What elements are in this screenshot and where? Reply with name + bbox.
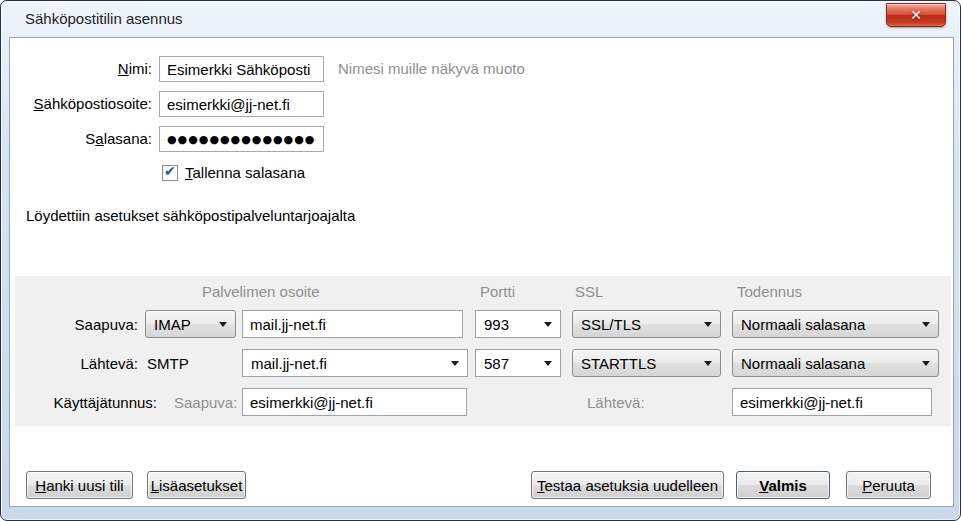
username-incoming-label: Saapuva: bbox=[174, 394, 237, 411]
dropdown-arrow-icon bbox=[704, 361, 712, 366]
config-found-status: Löydettiin asetukset sähköpostipalvelunt… bbox=[26, 207, 355, 224]
name-hint: Nimesi muille näkyvä muoto bbox=[338, 60, 525, 77]
username-outgoing-input[interactable] bbox=[732, 388, 932, 416]
retest-settings-button[interactable]: Testaa asetuksia uudelleen bbox=[531, 471, 724, 499]
outgoing-port-combobox[interactable]: 587 bbox=[475, 349, 561, 377]
username-outgoing-label: Lähtevä: bbox=[587, 394, 645, 411]
password-input[interactable] bbox=[159, 126, 324, 152]
outgoing-auth-value: Normaali salasana bbox=[741, 355, 865, 372]
incoming-row-label: Saapuva: bbox=[15, 316, 138, 333]
name-input[interactable] bbox=[159, 56, 324, 82]
dropdown-arrow-icon bbox=[451, 361, 459, 366]
remember-password-label[interactable]: Tallenna salasana bbox=[185, 164, 305, 181]
outgoing-ssl-value: STARTTLS bbox=[581, 355, 656, 372]
outgoing-server-combobox[interactable]: mail.jj-net.fi bbox=[242, 349, 468, 377]
username-incoming-input[interactable] bbox=[242, 388, 467, 416]
password-label: Salasana: bbox=[10, 130, 152, 147]
header-server-address: Palvelimen osoite bbox=[202, 283, 320, 300]
email-input[interactable] bbox=[159, 91, 324, 117]
incoming-protocol-dropdown[interactable]: IMAP bbox=[145, 310, 236, 338]
username-row-label: Käyttäjätunnus: bbox=[15, 394, 157, 411]
outgoing-protocol-text: SMTP bbox=[147, 355, 189, 372]
remember-password-checkbox[interactable]: ✔ bbox=[162, 165, 178, 181]
dropdown-arrow-icon bbox=[544, 361, 552, 366]
incoming-port-value: 993 bbox=[484, 316, 509, 333]
outgoing-auth-dropdown[interactable]: Normaali salasana bbox=[732, 349, 939, 377]
server-settings-panel: Palvelimen osoite Portti SSL Todennus Sa… bbox=[15, 276, 951, 426]
titlebar[interactable]: Sähköpostitilin asennus ✕ bbox=[1, 1, 960, 37]
close-icon: ✕ bbox=[910, 8, 922, 22]
dialog-body: Nimi: Nimesi muille näkyvä muoto Sähköpo… bbox=[9, 37, 954, 507]
window-title: Sähköpostitilin asennus bbox=[25, 10, 183, 27]
header-port: Portti bbox=[480, 283, 515, 300]
header-authentication: Todennus bbox=[737, 283, 802, 300]
name-label: Nimi: bbox=[10, 60, 152, 77]
dropdown-arrow-icon bbox=[922, 322, 930, 327]
dropdown-arrow-icon bbox=[704, 322, 712, 327]
outgoing-row-label: Lähtevä: bbox=[15, 355, 138, 372]
outgoing-server-value: mail.jj-net.fi bbox=[251, 355, 327, 372]
email-label: Sähköpostiosoite: bbox=[10, 95, 152, 112]
done-button[interactable]: Valmis bbox=[736, 471, 830, 499]
cancel-button[interactable]: Peruuta bbox=[846, 471, 931, 499]
check-icon: ✔ bbox=[164, 163, 176, 179]
outgoing-port-value: 587 bbox=[484, 355, 509, 372]
mail-account-setup-dialog: Sähköpostitilin asennus ✕ Nimi: Nimesi m… bbox=[0, 0, 961, 521]
incoming-auth-value: Normaali salasana bbox=[741, 316, 865, 333]
header-ssl: SSL bbox=[575, 283, 603, 300]
incoming-protocol-value: IMAP bbox=[154, 316, 191, 333]
close-button[interactable]: ✕ bbox=[886, 3, 946, 27]
advanced-settings-button[interactable]: Lisäasetukset bbox=[147, 471, 246, 499]
incoming-auth-dropdown[interactable]: Normaali salasana bbox=[732, 310, 939, 338]
dropdown-arrow-icon bbox=[922, 361, 930, 366]
incoming-server-input[interactable] bbox=[242, 310, 463, 338]
incoming-ssl-value: SSL/TLS bbox=[581, 316, 641, 333]
outgoing-ssl-dropdown[interactable]: STARTTLS bbox=[572, 349, 721, 377]
get-new-account-button[interactable]: Hanki uusi tili bbox=[26, 471, 133, 499]
dropdown-arrow-icon bbox=[544, 322, 552, 327]
incoming-ssl-dropdown[interactable]: SSL/TLS bbox=[572, 310, 721, 338]
dropdown-arrow-icon bbox=[219, 322, 227, 327]
incoming-port-combobox[interactable]: 993 bbox=[475, 310, 561, 338]
